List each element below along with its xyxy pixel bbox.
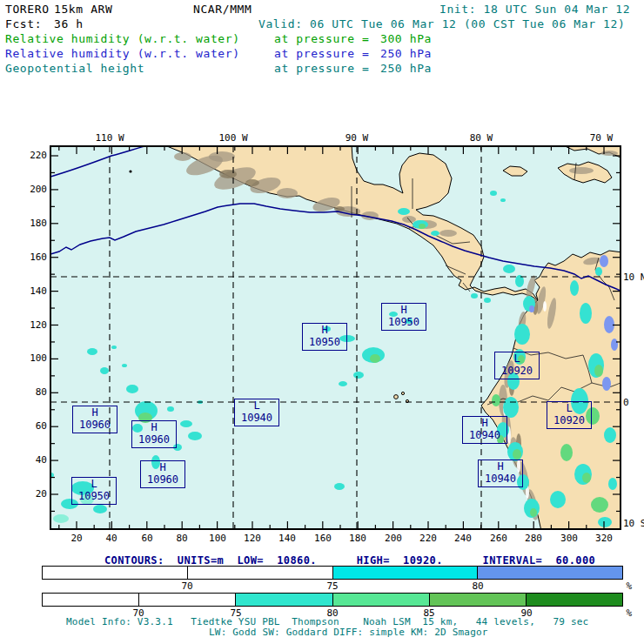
axis-label-bottom: 300 <box>552 533 587 544</box>
hl-symbol: H <box>132 421 176 433</box>
hl-symbol: H <box>463 417 506 429</box>
hl-symbol: L <box>72 478 116 490</box>
map-canvas <box>0 0 644 644</box>
axis-label-left: 120 <box>17 319 47 331</box>
colorbar-unit-label: % <box>606 580 632 592</box>
contour-info-text: CONTOURS: UNITS=m LOW= 10860. HIGH= 1092… <box>104 554 595 567</box>
hl-symbol: H <box>479 460 522 473</box>
axis-label-left: 100 <box>17 352 47 364</box>
hl-value: 10960 <box>141 473 184 486</box>
axis-label-top: 70 W <box>582 132 621 144</box>
colorbar-rh-250hpa <box>42 566 623 580</box>
colorbar-tick-label: 75 <box>319 580 345 592</box>
axis-label-bottom: 120 <box>235 533 270 544</box>
hl-value: 10940 <box>479 473 522 485</box>
hl-value: 10940 <box>235 412 278 424</box>
axis-label-bottom: 140 <box>270 533 305 544</box>
hl-marker-h-10950: H10950 <box>302 323 347 351</box>
axis-label-right: 10 N <box>623 272 644 283</box>
axis-label-bottom: 160 <box>305 533 340 544</box>
hl-marker-l-10950: L10950 <box>71 477 117 505</box>
axis-label-bottom: 60 <box>130 533 164 544</box>
hl-symbol: H <box>141 461 184 473</box>
hl-value: 10940 <box>463 429 506 441</box>
axis-label-left: 180 <box>17 218 47 229</box>
hl-value: 10920 <box>547 414 591 426</box>
island-socorro <box>129 170 131 172</box>
hl-value: 10960 <box>132 433 176 446</box>
axis-label-top: 100 W <box>214 132 252 144</box>
model-info-line2: LW: Godd SW: Goddard DIFF: simple KM: 2D… <box>209 627 488 638</box>
hl-marker-h-10940: H10940 <box>462 416 507 444</box>
weather-model-plot-page: TORERO 15km ARW NCAR/MMM Init: 18 UTC Su… <box>0 0 644 644</box>
axis-label-right: 10 S <box>623 518 644 529</box>
axis-label-top: 80 W <box>462 132 500 144</box>
hl-symbol: H <box>382 304 426 316</box>
hl-value: 10950 <box>303 336 346 348</box>
colorbar-tick-label: 80 <box>465 580 491 592</box>
axis-label-top: 90 W <box>338 132 376 144</box>
axis-label-right: 0 <box>623 397 629 408</box>
axis-label-bottom: 280 <box>516 533 551 544</box>
axis-label-bottom: 200 <box>376 533 411 544</box>
hl-symbol: H <box>73 406 117 419</box>
hl-value: 10950 <box>382 316 426 328</box>
axis-label-bottom: 320 <box>587 533 621 544</box>
hl-marker-h-10950: H10950 <box>381 303 426 331</box>
hl-symbol: H <box>303 324 346 336</box>
axis-label-bottom: 260 <box>481 533 516 544</box>
axis-label-left: 160 <box>17 252 47 263</box>
hl-marker-h-10960: H10960 <box>131 420 177 448</box>
colorbar-rh-300hpa <box>42 593 623 607</box>
axis-label-bottom: 180 <box>340 533 375 544</box>
hl-marker-l-10920: L10920 <box>494 352 540 379</box>
hl-marker-l-10920: L10920 <box>547 401 592 429</box>
hl-marker-h-10960: H10960 <box>140 460 185 488</box>
hl-marker-h-10940: H10940 <box>478 460 523 487</box>
axis-label-bottom: 20 <box>59 533 94 544</box>
colorbar-segment <box>43 594 139 606</box>
colorbar-segment <box>478 567 622 579</box>
axis-label-bottom: 80 <box>164 533 199 544</box>
hl-symbol: L <box>235 399 278 412</box>
axis-label-left: 220 <box>17 150 47 161</box>
axis-label-bottom: 100 <box>200 533 235 544</box>
hl-symbol: L <box>495 352 539 365</box>
axis-label-bottom: 220 <box>411 533 446 544</box>
axis-label-bottom: 40 <box>94 533 129 544</box>
hl-marker-h-10960: H10960 <box>72 406 117 433</box>
colorbar-segment <box>139 594 236 606</box>
axis-label-left: 20 <box>17 488 47 500</box>
axis-label-left: 60 <box>17 420 47 432</box>
colorbar-segment <box>527 594 622 606</box>
colorbar-segment <box>430 594 527 606</box>
axis-label-left: 80 <box>17 386 47 398</box>
colorbar-segment <box>43 567 188 579</box>
colorbar-unit-label: % <box>606 607 632 619</box>
hl-value: 10920 <box>495 365 539 377</box>
axis-label-left: 40 <box>17 454 47 466</box>
axis-label-bottom: 240 <box>446 533 480 544</box>
colorbar-tick-label: 70 <box>174 580 200 592</box>
hl-symbol: L <box>547 402 591 414</box>
colorbar-segment <box>333 567 479 579</box>
colorbar-segment <box>188 567 333 579</box>
hl-marker-l-10940: L10940 <box>234 399 279 426</box>
axis-label-left: 140 <box>17 285 47 297</box>
colorbar-segment <box>236 594 332 606</box>
hl-value: 10960 <box>73 419 117 431</box>
axis-label-top: 110 W <box>91 132 129 144</box>
colorbar-segment <box>333 594 430 606</box>
axis-label-left: 200 <box>17 184 47 195</box>
hl-value: 10950 <box>72 490 116 502</box>
